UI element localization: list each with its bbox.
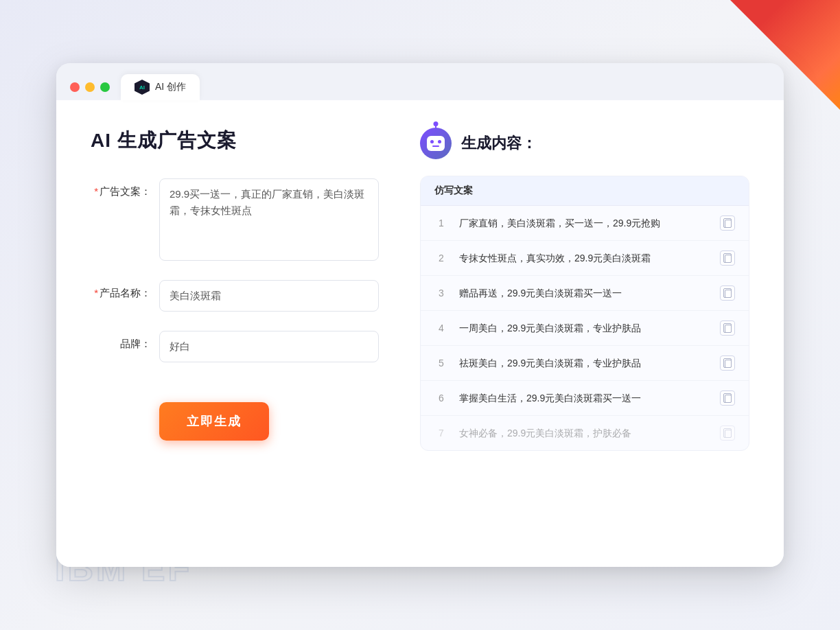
robot-face [427, 136, 445, 151]
copy-button-4[interactable] [720, 320, 735, 336]
required-star-ad: * [94, 185, 98, 197]
product-name-label: *产品名称： [91, 280, 159, 300]
result-num-5: 5 [434, 358, 448, 369]
content-area: AI 生成广告文案 *广告文案： *产品名称： 品牌： 立 [56, 100, 784, 567]
ai-tab[interactable]: AI AI 创作 [121, 74, 200, 100]
left-panel: AI 生成广告文案 *广告文案： *产品名称： 品牌： 立 [91, 128, 379, 533]
brand-input[interactable] [159, 331, 379, 362]
result-item-4: 4一周美白，29.9元美白淡斑霜，专业护肤品 [421, 311, 749, 346]
minimize-button[interactable] [85, 82, 95, 92]
right-panel: 生成内容： 仿写文案 1厂家直销，美白淡斑霜，买一送一，29.9元抢购2专抹女性… [420, 128, 749, 533]
results-list: 1厂家直销，美白淡斑霜，买一送一，29.9元抢购2专抹女性斑点，真实功效，29.… [421, 206, 749, 450]
product-name-input[interactable] [159, 280, 379, 312]
traffic-lights [70, 82, 110, 92]
ad-copy-row: *广告文案： [91, 178, 379, 261]
maximize-button[interactable] [100, 82, 110, 92]
result-text-4: 一周美白，29.9元美白淡斑霜，专业护肤品 [459, 321, 709, 336]
copy-button-6[interactable] [720, 390, 735, 406]
result-title: 生成内容： [461, 133, 537, 154]
results-container: 仿写文案 1厂家直销，美白淡斑霜，买一送一，29.9元抢购2专抹女性斑点，真实功… [420, 176, 749, 451]
brand-label: 品牌： [91, 331, 159, 351]
result-item-3: 3赠品再送，29.9元美白淡斑霜买一送一 [421, 276, 749, 311]
page-title: AI 生成广告文案 [91, 128, 379, 154]
result-header: 生成内容： [420, 128, 749, 159]
result-item-1: 1厂家直销，美白淡斑霜，买一送一，29.9元抢购 [421, 206, 749, 241]
result-item-5: 5祛斑美白，29.9元美白淡斑霜，专业护肤品 [421, 346, 749, 381]
result-num-1: 1 [434, 218, 448, 229]
result-item-7: 7女神必备，29.9元美白淡斑霜，护肤必备 [421, 416, 749, 450]
generate-button[interactable]: 立即生成 [159, 402, 269, 441]
result-text-1: 厂家直销，美白淡斑霜，买一送一，29.9元抢购 [459, 216, 709, 231]
robot-eye-left [430, 140, 434, 143]
robot-icon [420, 128, 452, 159]
brand-row: 品牌： [91, 331, 379, 362]
product-name-row: *产品名称： [91, 280, 379, 312]
tab-label: AI 创作 [155, 81, 186, 93]
robot-mouth [432, 145, 439, 147]
close-button[interactable] [70, 82, 80, 92]
browser-window: AI AI 创作 AI 生成广告文案 *广告文案： *产品名称： [56, 63, 784, 567]
result-item-6: 6掌握美白生活，29.9元美白淡斑霜买一送一 [421, 381, 749, 416]
ai-hex-icon: AI [135, 80, 150, 95]
copy-button-2[interactable] [720, 250, 735, 266]
results-column-header: 仿写文案 [421, 176, 749, 206]
result-num-2: 2 [434, 253, 448, 264]
result-text-6: 掌握美白生活，29.9元美白淡斑霜买一送一 [459, 391, 709, 406]
result-text-2: 专抹女性斑点，真实功效，29.9元美白淡斑霜 [459, 251, 709, 266]
copy-button-1[interactable] [720, 215, 735, 231]
copy-button-3[interactable] [720, 285, 735, 301]
result-text-5: 祛斑美白，29.9元美白淡斑霜，专业护肤品 [459, 356, 709, 371]
result-num-4: 4 [434, 323, 448, 334]
result-num-6: 6 [434, 393, 448, 404]
result-num-7: 7 [434, 428, 448, 439]
result-text-3: 赠品再送，29.9元美白淡斑霜买一送一 [459, 286, 709, 301]
ad-copy-label: *广告文案： [91, 178, 159, 198]
result-num-3: 3 [434, 288, 448, 299]
required-star-product: * [94, 287, 98, 299]
title-bar: AI AI 创作 [56, 63, 784, 100]
hex-shape: AI [135, 80, 150, 95]
copy-button-5[interactable] [720, 355, 735, 371]
result-text-7: 女神必备，29.9元美白淡斑霜，护肤必备 [459, 426, 709, 441]
result-item-2: 2专抹女性斑点，真实功效，29.9元美白淡斑霜 [421, 241, 749, 276]
robot-eye-right [438, 140, 441, 143]
ad-copy-input[interactable] [159, 178, 379, 261]
copy-button-7[interactable] [720, 425, 735, 441]
robot-eyes [430, 140, 441, 143]
